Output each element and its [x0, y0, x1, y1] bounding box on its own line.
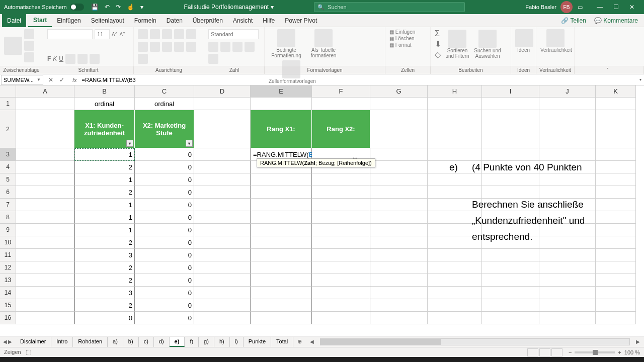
align-right-icon[interactable] — [162, 42, 172, 52]
cell-A9[interactable] — [16, 224, 74, 236]
cell-J1[interactable] — [539, 98, 596, 110]
header-x1[interactable]: X1: Kunden-zufriedenheit▾ — [74, 110, 135, 148]
cell-G11[interactable] — [370, 249, 428, 261]
sheet-tab-h[interactable]: h) — [214, 337, 230, 347]
tab-einfuegen[interactable]: Einfügen — [52, 14, 86, 27]
sheet-tab-i[interactable]: i) — [230, 337, 244, 347]
zoom-slider[interactable] — [575, 351, 615, 353]
cell-F16[interactable] — [312, 312, 370, 324]
cell-A16[interactable] — [16, 312, 74, 324]
cell-H2[interactable] — [428, 110, 482, 148]
cell-D16[interactable] — [194, 312, 251, 324]
cell-G13[interactable] — [370, 274, 428, 287]
sort-filter-icon[interactable] — [448, 30, 466, 48]
cell-G9[interactable] — [370, 224, 428, 236]
cell-H5[interactable] — [428, 173, 482, 186]
maximize-button[interactable]: ☐ — [608, 4, 624, 11]
cell-D8[interactable] — [194, 211, 251, 224]
cell-D3[interactable] — [194, 148, 251, 161]
cell-B12[interactable]: 2 — [74, 261, 135, 274]
filter-button-x2[interactable]: ▾ — [186, 140, 193, 147]
column-header-K[interactable]: K — [596, 85, 636, 98]
horizontal-scrollbar[interactable] — [320, 338, 630, 345]
cell-K11[interactable] — [596, 249, 636, 261]
sheet-tab-Intro[interactable]: Intro — [51, 337, 73, 347]
cell-F1[interactable] — [312, 98, 370, 110]
cell-F9[interactable] — [312, 224, 370, 236]
cell-K1[interactable] — [596, 98, 636, 110]
cell-B3[interactable]: 1 — [74, 148, 135, 161]
cell-B6[interactable]: 2 — [74, 186, 135, 199]
zoom-out-icon[interactable]: − — [569, 349, 572, 355]
cell-G3[interactable] — [370, 148, 428, 161]
cell-E9[interactable] — [251, 224, 312, 236]
row-header-5[interactable]: 5 — [0, 173, 16, 186]
italic-button[interactable]: K — [53, 55, 57, 62]
cell-H3[interactable] — [428, 148, 482, 161]
cell-G5[interactable] — [370, 173, 428, 186]
column-header-B[interactable]: B — [74, 85, 135, 98]
cell-J6[interactable] — [539, 186, 596, 199]
ribbon-display-icon[interactable]: ▭ — [578, 4, 583, 11]
cell-A4[interactable] — [16, 161, 74, 173]
bold-button[interactable]: F — [47, 55, 51, 62]
cell-D5[interactable] — [194, 173, 251, 186]
paste-icon[interactable] — [4, 37, 22, 55]
column-header-D[interactable]: D — [194, 85, 251, 98]
sensitivity-icon[interactable] — [546, 29, 565, 47]
cell-K13[interactable] — [596, 274, 636, 287]
cell-G6[interactable] — [370, 186, 428, 199]
cell-H11[interactable] — [428, 249, 482, 261]
cell-D13[interactable] — [194, 274, 251, 287]
cell-G4[interactable] — [370, 161, 428, 173]
tab-ueberpruefen[interactable]: Überprüfen — [188, 14, 228, 27]
user-account[interactable]: Fabio Basler FB — [525, 1, 573, 13]
hscroll-left-icon[interactable]: ◀ — [310, 339, 314, 344]
column-header-F[interactable]: F — [312, 85, 370, 98]
cell-D1[interactable] — [194, 98, 251, 110]
underline-button[interactable]: U — [59, 55, 63, 62]
cell-J3[interactable] — [539, 148, 596, 161]
sheet-tab-g[interactable]: g) — [199, 337, 214, 347]
cell-D15[interactable] — [194, 299, 251, 312]
sheet-tab-d[interactable]: d) — [154, 337, 170, 347]
column-header-A[interactable]: A — [16, 85, 74, 98]
cell-A13[interactable] — [16, 274, 74, 287]
tab-formeln[interactable]: Formeln — [129, 14, 162, 27]
cell-C3[interactable]: 0 — [135, 148, 194, 161]
filter-button-x1[interactable]: ▾ — [126, 140, 133, 147]
column-header-J[interactable]: J — [539, 85, 596, 98]
cell-H12[interactable] — [428, 261, 482, 274]
cell-K7[interactable] — [596, 199, 636, 211]
sheet-tab-Total[interactable]: Total — [271, 337, 293, 347]
cell-G8[interactable] — [370, 211, 428, 224]
cell-J10[interactable] — [539, 236, 596, 249]
zoom-in-icon[interactable]: + — [618, 349, 621, 355]
cell-H14[interactable] — [428, 287, 482, 299]
cell-H6[interactable] — [428, 186, 482, 199]
cell-K14[interactable] — [596, 287, 636, 299]
align-left-icon[interactable] — [138, 42, 148, 52]
cell-D11[interactable] — [194, 249, 251, 261]
cell-E10[interactable] — [251, 236, 312, 249]
cell-C6[interactable]: 0 — [135, 186, 194, 199]
cell-E8[interactable] — [251, 211, 312, 224]
comma-icon[interactable] — [232, 42, 243, 52]
cell-F7[interactable] — [312, 199, 370, 211]
sheet-nav-next-icon[interactable]: ▶ — [8, 339, 12, 344]
align-top-icon[interactable] — [138, 29, 148, 39]
cell-F13[interactable] — [312, 274, 370, 287]
row-header-11[interactable]: 11 — [0, 249, 16, 261]
format-cells-button[interactable]: ▦ Format — [389, 42, 426, 48]
cell-A12[interactable] — [16, 261, 74, 274]
delete-cells-button[interactable]: ▦ Löschen — [389, 36, 426, 41]
cell-F15[interactable] — [312, 299, 370, 312]
cell-I12[interactable] — [482, 261, 539, 274]
cell-C8[interactable]: 0 — [135, 211, 194, 224]
cell-E13[interactable] — [251, 274, 312, 287]
cell-J11[interactable] — [539, 249, 596, 261]
cell-A3[interactable] — [16, 148, 74, 161]
cell-I6[interactable] — [482, 186, 539, 199]
cell-B9[interactable]: 1 — [74, 224, 135, 236]
view-normal-icon[interactable] — [527, 348, 538, 356]
